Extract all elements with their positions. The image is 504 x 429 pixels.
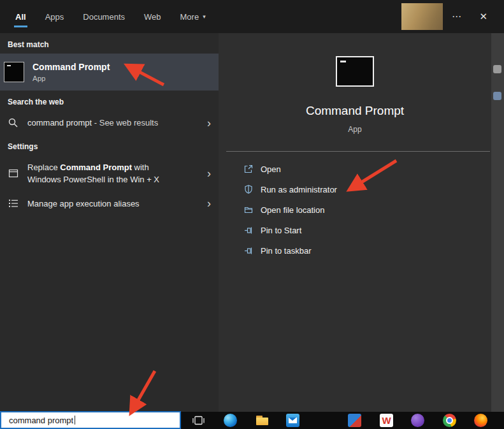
section-header-search-web: Search the web: [0, 91, 219, 111]
tab-all-label: All: [15, 12, 26, 22]
close-button[interactable]: ✕: [479, 0, 487, 33]
divider: [226, 151, 490, 152]
command-prompt-icon-large: [336, 56, 374, 87]
preview-app-title: Command Prompt: [219, 104, 491, 118]
best-match-text: Command Prompt App: [32, 62, 110, 82]
chevron-down-icon: ▾: [203, 13, 206, 20]
preview-app-subtitle: App: [219, 125, 491, 134]
text-segment: Replace: [27, 163, 60, 172]
result-preview-panel: Command Prompt App Open: [219, 33, 491, 412]
folder-location-icon: [243, 205, 254, 215]
tab-all[interactable]: All: [15, 0, 26, 33]
taskbar-search-input[interactable]: command prompt: [0, 411, 181, 429]
pin-icon: [243, 245, 254, 256]
tab-apps-label: Apps: [45, 12, 64, 22]
search-results-panel: Best match Command Prompt App Search the…: [0, 33, 219, 412]
command-prompt-icon: [4, 62, 24, 82]
open-icon: [243, 164, 254, 175]
action-list: Open Run as administrator: [219, 159, 491, 261]
user-avatar[interactable]: [401, 3, 443, 30]
tab-web[interactable]: Web: [144, 0, 161, 33]
filter-tabs: All Apps Documents Web More ▾: [15, 0, 206, 33]
admin-shield-icon: [243, 184, 254, 195]
w-app-icon[interactable]: W: [380, 414, 393, 427]
pin-icon: [243, 225, 254, 236]
tab-documents[interactable]: Documents: [83, 0, 125, 33]
edge-icon[interactable]: [224, 414, 237, 427]
web-suffix-text: - See web results: [92, 118, 158, 127]
web-search-result[interactable]: command prompt - See web results ›: [0, 111, 219, 135]
colorful-browser-icon[interactable]: [474, 414, 487, 427]
chevron-right-icon: ›: [202, 168, 211, 179]
action-open-file-location-label: Open file location: [261, 205, 324, 215]
file-explorer-icon[interactable]: [256, 414, 269, 427]
web-query-text: command prompt: [27, 118, 92, 127]
settings-result-replace-cmd[interactable]: Replace Command Prompt with Windows Powe…: [0, 156, 219, 192]
section-header-best-match: Best match: [0, 33, 219, 54]
web-search-text: command prompt - See web results: [27, 117, 158, 129]
chevron-right-icon: ›: [202, 198, 211, 209]
action-pin-to-start-label: Pin to Start: [261, 226, 301, 235]
action-pin-to-taskbar-label: Pin to taskbar: [261, 246, 312, 256]
action-pin-to-taskbar[interactable]: Pin to taskbar: [219, 240, 491, 261]
text-caret: [75, 416, 75, 425]
tab-more[interactable]: More ▾: [180, 0, 206, 33]
tab-apps[interactable]: Apps: [45, 0, 64, 33]
tab-documents-label: Documents: [83, 12, 125, 22]
action-open[interactable]: Open: [219, 159, 491, 179]
settings-item-text: Manage app execution aliases: [27, 198, 140, 210]
search-input-value: command prompt: [9, 416, 73, 425]
action-pin-to-start[interactable]: Pin to Start: [219, 220, 491, 240]
background-window-icon: [493, 65, 501, 73]
best-match-title: Command Prompt: [32, 62, 110, 72]
settings-item-text: Replace Command Prompt with Windows Powe…: [27, 161, 184, 186]
windows-search-flyout: All Apps Documents Web More ▾ ⋯ ✕ Best m…: [0, 0, 504, 429]
action-open-label: Open: [261, 164, 281, 174]
background-window-edge: [491, 33, 504, 412]
best-match-result-command-prompt[interactable]: Command Prompt App: [0, 54, 219, 91]
taskbar: command prompt W: [0, 412, 504, 429]
action-run-as-administrator[interactable]: Run as administrator: [219, 179, 491, 200]
section-header-settings: Settings: [0, 135, 219, 156]
search-filter-bar: All Apps Documents Web More ▾ ⋯ ✕: [0, 0, 504, 33]
chevron-right-icon: ›: [202, 117, 211, 129]
action-run-as-administrator-label: Run as administrator: [261, 185, 337, 194]
background-window-icon: [493, 92, 501, 100]
list-icon: [8, 198, 19, 209]
chrome-icon[interactable]: [443, 414, 456, 427]
tab-web-label: Web: [144, 12, 161, 22]
blue-red-app-icon[interactable]: [348, 414, 361, 427]
text-segment-bold: Command Prompt: [60, 163, 132, 172]
options-ellipsis-button[interactable]: ⋯: [452, 0, 462, 33]
best-match-subtitle: App: [32, 75, 110, 82]
purple-app-icon[interactable]: [411, 414, 424, 427]
settings-result-app-aliases[interactable]: Manage app execution aliases ›: [0, 192, 219, 216]
task-view-icon[interactable]: [192, 414, 205, 427]
mail-icon[interactable]: [286, 414, 299, 427]
search-icon: [8, 117, 19, 129]
tab-more-label: More: [180, 12, 199, 22]
console-window-icon: [8, 168, 19, 179]
action-open-file-location[interactable]: Open file location: [219, 200, 491, 220]
